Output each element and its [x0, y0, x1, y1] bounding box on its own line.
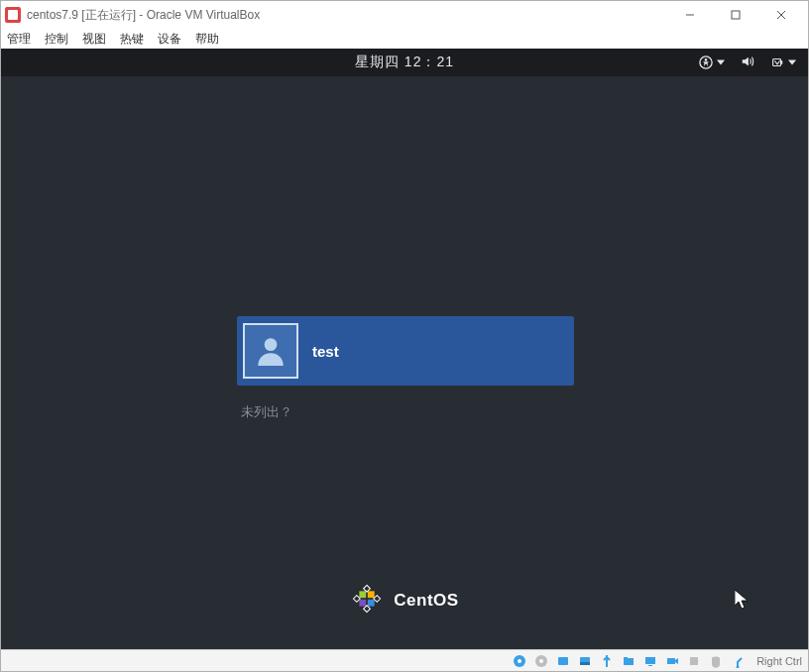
svg-rect-21: [580, 662, 590, 665]
svg-point-10: [265, 338, 278, 351]
menubar: 管理 控制 视图 热键 设备 帮助: [1, 29, 808, 49]
svg-rect-8: [773, 59, 781, 66]
virtualbox-statusbar: Right Ctrl: [1, 649, 808, 671]
sb-shared-folders-icon[interactable]: [620, 653, 637, 669]
panel-clock[interactable]: 星期四 12：21: [355, 54, 454, 71]
sb-audio-icon[interactable]: [554, 653, 572, 669]
svg-rect-25: [648, 665, 652, 666]
menu-manage[interactable]: 管理: [7, 31, 31, 48]
svg-point-28: [737, 665, 740, 668]
svg-rect-11: [360, 591, 367, 598]
host-key-label: Right Ctrl: [756, 655, 802, 667]
minimize-button[interactable]: [667, 1, 713, 29]
close-button[interactable]: [758, 1, 804, 29]
svg-point-16: [518, 659, 521, 663]
svg-rect-14: [368, 600, 375, 607]
menu-help[interactable]: 帮助: [195, 31, 219, 48]
login-area: test 未列出？: [237, 316, 574, 421]
guest-display[interactable]: 星期四 12：21 test: [1, 49, 808, 649]
not-listed-link[interactable]: 未列出？: [237, 403, 574, 421]
gnome-top-panel: 星期四 12：21: [1, 49, 808, 76]
mouse-cursor-icon: [735, 590, 749, 610]
centos-branding: CentOS: [1, 582, 808, 619]
volume-icon[interactable]: [741, 55, 754, 71]
menu-view[interactable]: 视图: [82, 31, 106, 48]
sb-usb-icon[interactable]: [598, 653, 616, 669]
svg-rect-3: [732, 11, 740, 19]
sb-recording-icon[interactable]: [663, 653, 681, 669]
user-name-label: test: [312, 343, 339, 360]
sb-cpu-icon[interactable]: [685, 653, 703, 669]
svg-rect-19: [558, 657, 568, 665]
svg-rect-13: [360, 600, 367, 607]
svg-rect-22: [624, 658, 634, 665]
svg-rect-9: [781, 60, 783, 64]
maximize-button[interactable]: [713, 1, 758, 29]
svg-rect-12: [368, 591, 375, 598]
virtualbox-icon: [5, 7, 21, 23]
window-controls: [667, 1, 804, 29]
svg-rect-23: [624, 657, 628, 659]
sb-display-icon[interactable]: [641, 653, 659, 669]
svg-rect-26: [667, 658, 675, 664]
centos-brand-text: CentOS: [394, 591, 458, 611]
sb-hdd-icon[interactable]: [511, 653, 528, 669]
centos-logo-icon: [350, 582, 384, 619]
menu-control[interactable]: 控制: [45, 31, 68, 48]
svg-point-18: [539, 659, 543, 663]
power-menu[interactable]: [770, 56, 796, 69]
sb-network-icon[interactable]: [576, 653, 594, 669]
sb-keyboard-icon[interactable]: [729, 653, 747, 669]
accessibility-menu[interactable]: [699, 56, 725, 69]
menu-devices[interactable]: 设备: [158, 31, 181, 48]
user-avatar-icon: [243, 323, 298, 379]
virtualbox-window: centos7.9 [正在运行] - Oracle VM VirtualBox …: [0, 0, 809, 672]
svg-point-7: [705, 58, 708, 61]
sb-optical-icon[interactable]: [532, 653, 550, 669]
window-titlebar: centos7.9 [正在运行] - Oracle VM VirtualBox: [1, 1, 808, 29]
svg-rect-24: [645, 657, 655, 664]
user-card[interactable]: test: [237, 316, 574, 386]
menu-hotkeys[interactable]: 热键: [120, 31, 144, 48]
svg-rect-27: [690, 657, 698, 665]
window-title: centos7.9 [正在运行] - Oracle VM VirtualBox: [27, 7, 667, 24]
svg-rect-1: [8, 10, 18, 20]
panel-status-area[interactable]: [699, 49, 796, 76]
sb-mouse-icon[interactable]: [707, 653, 725, 669]
